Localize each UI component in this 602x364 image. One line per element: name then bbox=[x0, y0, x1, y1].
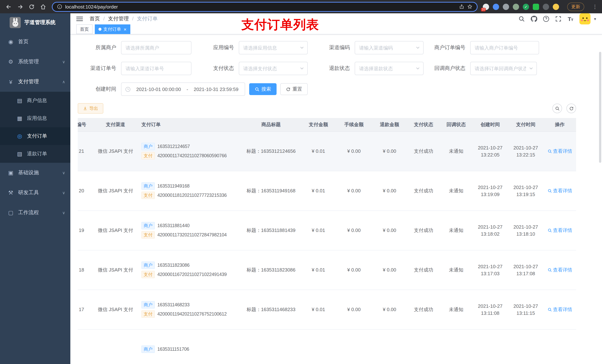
sidebar-item-infra[interactable]: ▣基础设施∨ bbox=[0, 163, 70, 183]
merchant-order-no-input[interactable] bbox=[470, 41, 539, 54]
app-no-select[interactable] bbox=[239, 41, 308, 54]
sidebar-item-pay-order[interactable]: ◎支付订单 bbox=[0, 127, 70, 145]
col-action: 操作 bbox=[544, 118, 576, 131]
gear-icon: ⚙ bbox=[7, 58, 14, 65]
extension-icon-7[interactable] bbox=[543, 3, 549, 10]
search-icon[interactable] bbox=[518, 16, 525, 22]
breadcrumb-payment[interactable]: 支付管理 bbox=[108, 16, 134, 22]
extension-icon-8[interactable] bbox=[553, 3, 559, 10]
view-detail-link[interactable]: 查看详情 bbox=[547, 306, 572, 313]
table-row: 19 微信 JSAPI 支付 商户 1635311881440 支付 42000… bbox=[78, 210, 576, 250]
extensions-area: 10 ✓ 更新 ⋮ bbox=[483, 2, 599, 11]
pay-status-select[interactable] bbox=[239, 62, 308, 75]
refund-amount: ¥ 0.00 bbox=[383, 228, 396, 233]
share-icon[interactable] bbox=[459, 4, 464, 9]
url-bar[interactable]: localhost:1024/pay/order bbox=[52, 2, 478, 12]
sidebar-item-app-info[interactable]: ▦应用信息 bbox=[0, 110, 70, 127]
extension-icon-2[interactable] bbox=[493, 3, 499, 10]
refresh-table-button[interactable] bbox=[567, 104, 576, 113]
sidebar-item-home[interactable]: ◉首页 bbox=[0, 32, 70, 52]
notify-status-select[interactable] bbox=[470, 62, 537, 75]
col-fee: 手续金额 bbox=[336, 118, 372, 131]
browser-update-button[interactable]: 更新 bbox=[567, 2, 584, 11]
font-size-icon[interactable] bbox=[567, 16, 574, 22]
notify-status: 未通知 bbox=[449, 148, 463, 154]
date-end[interactable]: 2021-10-31 23:59:59 bbox=[191, 86, 241, 92]
sidebar: 芋道管理系统 ◉首页⚙系统管理∨¥支付管理∧▤商户信息▦应用信息◎支付订单▧退款… bbox=[0, 13, 70, 364]
col-notify: 回调状态 bbox=[440, 118, 473, 131]
extension-icon-3[interactable] bbox=[503, 3, 509, 10]
avatar-caret-icon[interactable]: ▾ bbox=[594, 16, 596, 21]
pay-amount: ¥ 0.01 bbox=[312, 188, 325, 193]
github-icon[interactable] bbox=[531, 16, 538, 22]
product-title: 标题：1635312124656 bbox=[246, 148, 296, 154]
extension-icon-4[interactable] bbox=[513, 3, 519, 10]
refresh-icon bbox=[569, 106, 574, 111]
sidebar-item-merchant-info[interactable]: ▤商户信息 bbox=[0, 92, 70, 110]
channel-order-no: 4200001181202110277723215336 bbox=[157, 193, 226, 198]
browser-menu-icon[interactable]: ⋮ bbox=[591, 4, 599, 10]
reset-button[interactable]: 重置 bbox=[280, 83, 308, 95]
sidebar-item-workflow[interactable]: ▢工作流程∨ bbox=[0, 203, 70, 223]
view-detail-link[interactable]: 查看详情 bbox=[547, 187, 572, 194]
table-row: 18 微信 JSAPI 支付 商户 1635311823086 支付 42000… bbox=[78, 250, 576, 290]
breadcrumb: 首页 支付管理 支付订单 bbox=[90, 16, 161, 22]
merchant-order-no: 1635311823086 bbox=[157, 263, 190, 268]
channel-order-no: 4200001174202110278060590766 bbox=[157, 153, 226, 158]
app-logo[interactable]: 芋道管理系统 bbox=[0, 13, 70, 32]
sidebar-item-system[interactable]: ⚙系统管理∨ bbox=[0, 52, 70, 72]
bookmark-star-icon[interactable] bbox=[467, 4, 473, 9]
pay-status: 支付成功 bbox=[414, 148, 433, 154]
merchant-tag: 商户 bbox=[141, 345, 155, 353]
view-detail-link[interactable]: 查看详情 bbox=[547, 148, 572, 155]
filter-notify-status: 回调商户状态 bbox=[424, 62, 537, 75]
order-id: 18 bbox=[79, 267, 84, 273]
order-id: 21 bbox=[79, 148, 84, 154]
channel-code-select[interactable] bbox=[355, 41, 424, 54]
date-start[interactable]: 2021-10-01 00:00:00 bbox=[134, 86, 184, 92]
help-icon[interactable] bbox=[543, 16, 550, 22]
channel-order-no-input[interactable] bbox=[121, 62, 191, 75]
view-detail-link[interactable]: 查看详情 bbox=[547, 267, 572, 273]
merchant-order-no: 1635312124657 bbox=[157, 144, 190, 149]
filter-label: 商户订单编号 bbox=[424, 44, 470, 51]
extension-icon-1[interactable]: 10 bbox=[483, 3, 489, 10]
extension-icon-5[interactable]: ✓ bbox=[523, 3, 529, 10]
filter-merchant-order-no: 商户订单编号 bbox=[424, 41, 539, 54]
url-text[interactable]: localhost:1024/pay/order bbox=[65, 4, 456, 10]
reload-icon[interactable] bbox=[27, 2, 37, 12]
channel-order-no: 4200001173202110272847982104 bbox=[157, 232, 226, 238]
forward-icon[interactable] bbox=[15, 2, 25, 12]
extension-icon-6[interactable] bbox=[533, 3, 539, 10]
channel-order-no: 4200001167202110271022491439 bbox=[157, 272, 226, 277]
user-avatar[interactable] bbox=[580, 13, 591, 24]
table-row: 商户 1635311151706 bbox=[78, 329, 576, 364]
filter-create-time: 创建时间 2021-10-01 00:00:00 - 2021-10-31 23… bbox=[78, 83, 245, 96]
pay-status: 支付成功 bbox=[414, 267, 433, 272]
pay-status: 支付成功 bbox=[414, 227, 433, 233]
sidebar-item-devtools[interactable]: ⚒研发工具∨ bbox=[0, 183, 70, 203]
export-button[interactable]: 导出 bbox=[78, 103, 103, 114]
view-detail-link[interactable]: 查看详情 bbox=[547, 227, 572, 234]
tab-close-icon[interactable]: × bbox=[124, 27, 127, 32]
date-range-picker[interactable]: 2021-10-01 00:00:00 - 2021-10-31 23:59:5… bbox=[121, 83, 245, 96]
refund-status-select[interactable] bbox=[355, 62, 424, 75]
home-icon[interactable] bbox=[38, 2, 48, 12]
filter-label: 退款状态 bbox=[308, 65, 355, 72]
sidebar-toggle-icon[interactable] bbox=[76, 16, 84, 22]
search-button[interactable]: 搜索 bbox=[249, 83, 277, 95]
page-scrollbar[interactable] bbox=[599, 52, 601, 163]
sidebar-item-payment[interactable]: ¥支付管理∧ bbox=[0, 72, 70, 92]
merchant-input[interactable] bbox=[121, 41, 191, 54]
tab-home[interactable]: 首页 bbox=[76, 24, 93, 34]
search-icon bbox=[547, 149, 552, 153]
page-content: 所属商户 应用编号 渠道编码 bbox=[70, 34, 602, 364]
col-status: 支付状态 bbox=[407, 118, 440, 131]
tab-pay-order[interactable]: 支付订单 × bbox=[95, 24, 130, 34]
fullscreen-icon[interactable] bbox=[555, 16, 562, 22]
show-search-toggle-button[interactable] bbox=[552, 104, 562, 113]
breadcrumb-home[interactable]: 首页 bbox=[90, 16, 105, 22]
filter-channel-order-no: 渠道订单号 bbox=[78, 62, 191, 75]
back-icon[interactable] bbox=[4, 2, 14, 12]
sidebar-item-refund-order[interactable]: ▧退款订单 bbox=[0, 145, 70, 163]
